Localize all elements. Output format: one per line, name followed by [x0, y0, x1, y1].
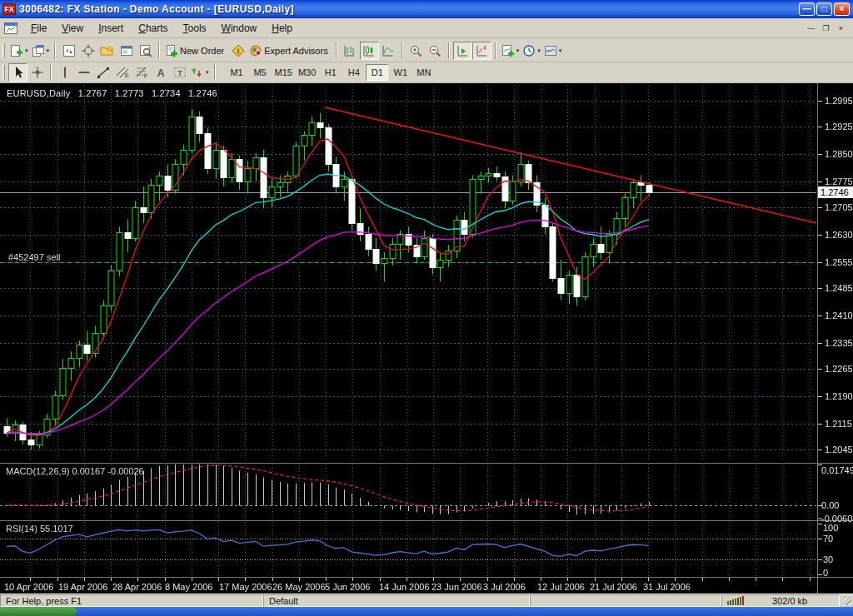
target-icon — [82, 44, 95, 57]
chart-shift-icon — [475, 44, 488, 57]
new-order-label: New Order — [180, 46, 227, 56]
maximize-button[interactable]: □ — [816, 2, 832, 16]
app-icon: FX — [2, 3, 16, 15]
menu-item-help[interactable]: Help — [264, 20, 300, 37]
market-watch-icon — [62, 44, 76, 57]
connection-bars-icon — [727, 596, 746, 605]
status-bar: For Help, press F1 Default 302/0 kb — [0, 594, 853, 607]
menu-item-charts[interactable]: Charts — [131, 20, 175, 37]
line-chart-icon — [382, 44, 395, 57]
timeframe-button-w1[interactable]: W1 — [389, 64, 412, 81]
zoom-in-button[interactable] — [407, 42, 426, 60]
new-chart-icon — [10, 44, 23, 57]
data-window-icon — [120, 44, 133, 57]
vertical-line-icon — [58, 66, 72, 79]
bar-chart-button[interactable] — [341, 42, 360, 60]
taskbar[interactable] — [0, 607, 853, 616]
text-label-button[interactable]: T — [170, 63, 189, 82]
zoom-in-icon — [409, 44, 422, 57]
child-minimize-button[interactable]: — — [804, 22, 818, 34]
price-chart-canvas[interactable] — [0, 83, 853, 594]
standard-toolbar: ▾ ▾ — [0, 39, 853, 62]
folder-star-icon — [100, 44, 114, 57]
traffic-counter: 302/0 kb — [772, 596, 807, 606]
chart-window-icon — [4, 22, 17, 34]
expert-advisors-label: Expert Advisors — [264, 46, 330, 56]
vertical-line-button[interactable] — [55, 63, 74, 82]
warning-button[interactable]: ! — [228, 42, 247, 60]
toolbar-separator — [402, 42, 403, 59]
clock-icon — [522, 44, 536, 57]
new-chart-button[interactable]: ▾ — [8, 42, 30, 60]
timeframe-button-h4[interactable]: H4 — [342, 64, 365, 81]
menu-bar: FileViewInsertChartsToolsWindowHelp — ❐ … — [0, 18, 853, 38]
toolbar-separator — [158, 42, 160, 59]
templates-button[interactable]: ▾ — [542, 42, 564, 60]
timeframe-button-m5[interactable]: M5 — [249, 64, 272, 81]
auto-scroll-button[interactable] — [453, 42, 472, 60]
profiles-button[interactable]: ▾ — [30, 42, 52, 60]
start-button[interactable] — [0, 607, 77, 616]
menu-item-insert[interactable]: Insert — [91, 20, 131, 37]
menu-item-tools[interactable]: Tools — [176, 20, 214, 37]
crosshair-target-button[interactable] — [78, 42, 97, 60]
chart-window: EURUSD,Daily 1.2767 1.2773 1.2734 1.2746… — [0, 83, 853, 594]
menu-item-file[interactable]: File — [23, 20, 54, 37]
menu-item-window[interactable]: Window — [214, 20, 265, 37]
chart-shift-button[interactable] — [472, 42, 491, 60]
horizontal-line-icon — [77, 66, 91, 79]
timeframe-button-d1[interactable]: D1 — [366, 64, 388, 81]
market-watch-button[interactable] — [59, 42, 78, 60]
menu-item-view[interactable]: View — [54, 20, 91, 37]
zoom-out-icon — [428, 44, 441, 57]
minimize-button[interactable]: — — [799, 2, 815, 16]
toolbar-separator — [54, 42, 56, 59]
auto-scroll-icon — [456, 44, 469, 57]
periods-button[interactable]: ▾ — [521, 42, 542, 60]
svg-text:!: ! — [237, 47, 239, 55]
bar-chart-icon — [343, 44, 357, 57]
zoom-out-button[interactable] — [426, 42, 445, 60]
candlestick-chart-button[interactable] — [360, 42, 379, 60]
current-price-tag: 1.2746 — [818, 186, 853, 198]
resize-grip[interactable] — [840, 594, 853, 607]
indicators-button[interactable]: ▾ — [500, 42, 521, 60]
toolbar-grip[interactable] — [2, 65, 5, 80]
menu-items: FileViewInsertChartsToolsWindowHelp — [23, 20, 300, 37]
window-title: 3006482: FX Station - Demo Account - [EU… — [19, 3, 294, 15]
toolbar-grip[interactable] — [2, 43, 5, 58]
timeframe-button-m1[interactable]: M1 — [226, 64, 248, 81]
text-button[interactable]: A — [151, 63, 170, 82]
timeframe-button-m30[interactable]: M30 — [296, 64, 318, 81]
channel-icon: E — [116, 66, 129, 79]
cursor-button[interactable] — [8, 63, 27, 82]
arrows-icon — [191, 66, 204, 79]
trendline-button[interactable] — [93, 63, 112, 82]
candlestick-chart-icon — [362, 44, 376, 57]
timeframe-button-h1[interactable]: H1 — [319, 64, 342, 81]
horizontal-line-button[interactable] — [74, 63, 93, 82]
expert-advisors-button[interactable]: Expert Advisors — [247, 42, 332, 60]
favorites-button[interactable] — [97, 42, 117, 60]
indicators-icon — [501, 44, 515, 57]
arrows-button[interactable]: ▾ — [189, 63, 211, 82]
toolbar-separator — [495, 42, 496, 59]
equidistant-channel-button[interactable]: E — [112, 63, 132, 82]
search-chart-button[interactable] — [136, 42, 155, 60]
child-restore-button[interactable]: ❐ — [819, 22, 833, 34]
status-profile[interactable]: Default — [263, 594, 530, 607]
close-button[interactable]: × — [834, 2, 850, 16]
child-close-button[interactable]: × — [834, 22, 848, 34]
status-empty — [530, 594, 721, 607]
svg-text:E: E — [125, 72, 129, 78]
status-help: For Help, press F1 — [0, 594, 263, 607]
fibonacci-button[interactable]: F — [132, 63, 151, 82]
line-chart-button[interactable] — [379, 42, 398, 60]
timeframe-button-mn[interactable]: MN — [412, 64, 435, 81]
crosshair-button[interactable] — [27, 63, 47, 82]
fibonacci-icon: F — [135, 66, 148, 79]
title-bar[interactable]: FX 3006482: FX Station - Demo Account - … — [0, 0, 853, 18]
new-order-button[interactable]: New Order — [163, 42, 228, 60]
data-window-button[interactable] — [117, 42, 136, 60]
timeframe-button-m15[interactable]: M15 — [272, 64, 295, 81]
